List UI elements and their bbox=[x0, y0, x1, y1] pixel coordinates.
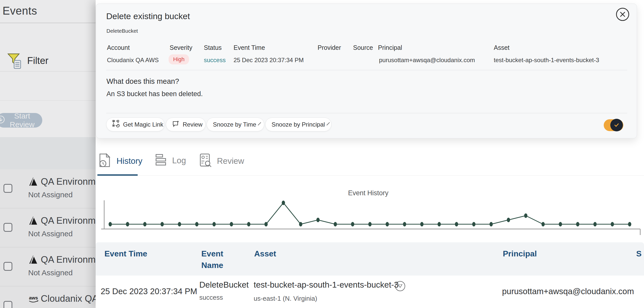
review-button[interactable]: Review bbox=[166, 118, 206, 131]
cell-asset: test-bucket-ap-south-1-events-bucket-3 bbox=[254, 280, 399, 290]
document-clock-icon bbox=[98, 153, 112, 169]
get-magic-link-label: Get Magic Link bbox=[123, 121, 163, 128]
meaning-text: An S3 bucket has been deleted. bbox=[106, 90, 203, 98]
chevron-down-icon bbox=[258, 122, 261, 125]
tab-log[interactable]: Log bbox=[155, 153, 186, 168]
header-severity-clipped: S bbox=[636, 248, 641, 259]
event-api-name: DeleteBucket bbox=[106, 28, 138, 34]
col-header-event-time: Event Time bbox=[234, 44, 265, 51]
tab-review[interactable]: Review bbox=[199, 153, 244, 169]
chart-title: Event History bbox=[348, 189, 389, 197]
snooze-by-time-button[interactable]: Snooze by Time bbox=[207, 118, 264, 131]
col-header-source: Source bbox=[353, 44, 373, 51]
value-principal: purusottam+awsqa@cloudanix.com bbox=[379, 57, 475, 64]
active-tab-underline bbox=[97, 174, 138, 176]
header-event-time: Event Time bbox=[104, 248, 147, 259]
toggle-knob bbox=[610, 119, 623, 131]
col-header-principal: Principal bbox=[378, 44, 402, 51]
cell-event-status: success bbox=[199, 294, 223, 301]
card-magnifier-icon bbox=[199, 153, 212, 169]
divider bbox=[106, 113, 627, 113]
col-header-account: Account bbox=[107, 44, 130, 51]
cell-principal: purusottam+awsqa@cloudanix.com bbox=[502, 287, 634, 296]
screen: Events Filter bbox=[0, 0, 644, 308]
get-magic-link-button[interactable]: Get Magic Link bbox=[106, 118, 165, 131]
list-bars-icon bbox=[155, 153, 168, 168]
col-header-status: Status bbox=[204, 44, 222, 51]
cell-asset-region: us-east-1 (N. Virginia) bbox=[254, 295, 317, 302]
header-asset: Asset bbox=[254, 248, 276, 259]
divider bbox=[106, 70, 627, 70]
snooze-principal-label: Snooze by Principal bbox=[272, 121, 325, 128]
cell-event-time: 25 Dec 2023 20:37:34 PM bbox=[101, 287, 197, 296]
events-table-header: Event Time Event Name Asset Principal S bbox=[96, 242, 644, 276]
review-button-label: Review bbox=[183, 121, 203, 128]
cell-event-name: DeleteBucket bbox=[199, 280, 249, 290]
col-header-asset: Asset bbox=[494, 44, 510, 51]
snooze-time-label: Snooze by Time bbox=[213, 121, 256, 128]
tab-review-label: Review bbox=[217, 156, 244, 166]
chevron-down-icon bbox=[327, 122, 330, 125]
event-table-row[interactable]: 25 Dec 2023 20:37:34 PM DeleteBucket suc… bbox=[96, 276, 644, 308]
event-toggle-on[interactable] bbox=[604, 119, 623, 131]
tab-history-label: History bbox=[117, 156, 142, 166]
header-event-name: Event Name bbox=[201, 248, 244, 271]
severity-badge: High bbox=[169, 54, 189, 64]
event-title: Delete existing bucket bbox=[106, 11, 190, 21]
triangle-inner-glyph bbox=[399, 285, 402, 287]
close-icon[interactable] bbox=[616, 8, 629, 21]
col-header-provider: Provider bbox=[318, 44, 341, 51]
event-detail-panel: Delete existing bucket DeleteBucket Acco… bbox=[96, 0, 644, 308]
chat-bubble-icon bbox=[172, 120, 180, 129]
value-asset: test-bucket-ap-south-1-events-bucket-3 bbox=[494, 57, 599, 64]
tab-history[interactable]: History bbox=[98, 153, 142, 169]
value-event-time: 25 Dec 2023 20:37:34 PM bbox=[234, 57, 304, 64]
tab-log-label: Log bbox=[172, 156, 186, 165]
detail-tabs: History Log bbox=[96, 150, 644, 176]
event-summary-card: Delete existing bucket DeleteBucket Acco… bbox=[96, 4, 637, 138]
header-principal: Principal bbox=[503, 248, 537, 259]
event-history-chart: Event History bbox=[96, 181, 644, 242]
col-header-severity: Severity bbox=[170, 44, 192, 51]
snooze-by-principal-button[interactable]: Snooze by Principal bbox=[265, 118, 331, 131]
selection-link-icon bbox=[112, 120, 120, 129]
value-status[interactable]: success bbox=[204, 57, 226, 64]
meaning-title: What does this mean? bbox=[106, 77, 179, 86]
value-account: Cloudanix QA AWS bbox=[107, 57, 159, 64]
asset-scope-icon[interactable] bbox=[395, 281, 405, 291]
